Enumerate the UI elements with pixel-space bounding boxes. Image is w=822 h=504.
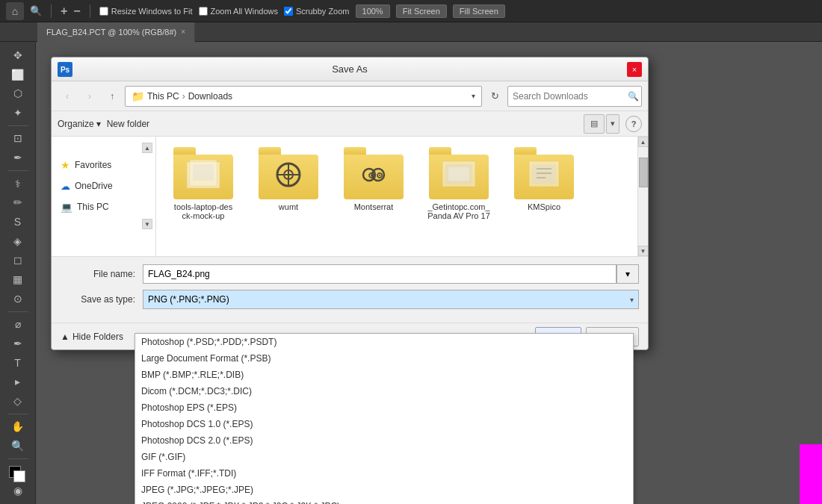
scrollbar-up-arrow[interactable]: ▲ [638, 137, 649, 147]
dialog-bottom: File name: ▾ Save as type: PNG (*.PNG;*.… [52, 256, 648, 323]
format-option[interactable]: JPEG (*.JPG;*.JPEG;*.JPE) [135, 482, 633, 498]
search-input[interactable] [513, 91, 625, 102]
hide-folders-label: Hide Folders [72, 332, 123, 342]
tool-healing[interactable]: ⚕ [6, 175, 30, 193]
help-button[interactable]: ? [625, 116, 642, 132]
document-tab[interactable]: FLAG_B24.PCT @ 100% (RGB/8#) × [37, 22, 195, 42]
file-item-getintopc[interactable]: _Getintopc.com_Panda AV Pro 17 [418, 143, 500, 250]
tool-foreground-color[interactable] [6, 463, 30, 481]
scrubby-zoom-check[interactable]: Scrubby Zoom [284, 7, 350, 16]
tool-magic-wand[interactable]: ✦ [6, 104, 30, 122]
zoom-all-check[interactable]: Zoom All Windows [199, 7, 278, 16]
this-pc-icon: 💻 [61, 202, 72, 213]
tool-crop[interactable]: ⊡ [6, 130, 30, 148]
savetype-label: Save as type: [61, 294, 143, 305]
tab-close-icon[interactable]: × [181, 28, 185, 36]
breadcrumb-dropdown-icon[interactable]: ▾ [472, 92, 475, 100]
hide-folders-button[interactable]: ▲ Hide Folders [61, 332, 123, 342]
zoom-in-icon[interactable]: + [61, 4, 67, 18]
format-option[interactable]: Large Document Format (*.PSB) [135, 350, 633, 367]
tool-eyedropper[interactable]: ✒ [6, 149, 30, 167]
tool-brush[interactable]: ✏ [6, 193, 30, 211]
tool-dodge[interactable]: ⌀ [6, 315, 30, 333]
svg-text:⚙: ⚙ [368, 171, 375, 180]
organize-arrow-icon: ▾ [96, 119, 101, 129]
sidebar-scroll-down[interactable]: ▼ [142, 219, 152, 229]
zoom-tool-icon[interactable]: 🔍 [30, 5, 42, 16]
breadcrumb-bar[interactable]: 📁 This PC › Downloads ▾ [125, 86, 482, 107]
main-canvas-area: Ps Save As × ‹ › ↑ 📁 This PC › Downloads… [36, 42, 822, 504]
tool-eraser[interactable]: ◻ [6, 252, 30, 270]
format-option[interactable]: IFF Format (*.IFF;*.TDI) [135, 465, 633, 482]
tool-mode[interactable]: ◉ [6, 482, 30, 500]
format-option[interactable]: Photoshop DCS 2.0 (*.EPS) [135, 432, 633, 449]
format-option[interactable]: Photoshop (*.PSD;*.PDD;*.PSDT) [135, 334, 633, 350]
dialog-close-button[interactable]: × [627, 62, 642, 77]
tool-shape[interactable]: ◇ [6, 392, 30, 410]
tool-gradient[interactable]: ▦ [6, 270, 30, 288]
tool-stamp[interactable]: S [6, 213, 30, 231]
sidebar-item-onedrive[interactable]: ☁ OneDrive [52, 175, 155, 196]
sidebar-scroll-up[interactable]: ▲ [142, 143, 152, 153]
file-grid-scrollbar[interactable]: ▲ ▼ [637, 137, 648, 256]
folder-icon-4 [429, 147, 489, 199]
savetype-value: PNG (*.PNG;*.PNG) [148, 294, 229, 305]
format-option[interactable]: Photoshop EPS (*.EPS) [135, 399, 633, 416]
zoom-out-icon[interactable]: − [73, 4, 80, 18]
tab-label: FLAG_B24.PCT @ 100% (RGB/8#) [46, 28, 176, 37]
tool-hand[interactable]: ✋ [6, 418, 30, 436]
view-button[interactable]: ▤ [584, 114, 605, 134]
tool-select-rect[interactable]: ⬜ [6, 66, 30, 84]
new-folder-button[interactable]: New folder [107, 119, 149, 129]
nav-forward-button[interactable]: › [80, 87, 99, 106]
fill-screen-btn[interactable]: Fill Screen [453, 4, 505, 18]
file-item-tools-laptop[interactable]: tools-laptop-desck-mock-up [162, 143, 244, 250]
scrollbar-thumb[interactable] [639, 158, 648, 187]
filename-input[interactable] [143, 264, 616, 284]
ps-top-toolbar: ⌂ 🔍 + − Resize Windows to Fit Zoom All W… [0, 0, 822, 22]
nav-back-button[interactable]: ‹ [58, 87, 77, 106]
onedrive-label: OneDrive [75, 181, 113, 191]
format-option[interactable]: BMP (*.BMP;*.RLE;*.DIB) [135, 367, 633, 383]
filename-dropdown-arrow[interactable]: ▾ [616, 264, 639, 284]
svg-rect-15 [532, 164, 556, 184]
file-item-kmspico[interactable]: KMSpico [503, 143, 585, 250]
organize-label: Organize [58, 119, 94, 129]
sidebar-item-this-pc[interactable]: 💻 This PC [52, 196, 155, 217]
scrollbar-down-arrow[interactable]: ▼ [638, 246, 649, 256]
save-as-dialog: Ps Save As × ‹ › ↑ 📁 This PC › Downloads… [51, 57, 649, 350]
savetype-dropdown[interactable]: PNG (*.PNG;*.PNG) ▾ [143, 290, 639, 309]
dialog-window: Ps Save As × ‹ › ↑ 📁 This PC › Downloads… [51, 57, 649, 350]
tool-pen[interactable]: ✒ [6, 335, 30, 352]
format-dropdown-list[interactable]: Photoshop (*.PSD;*.PDD;*.PSDT)Large Docu… [135, 333, 634, 504]
format-option[interactable]: Dicom (*.DCM;*.DC3;*.DIC) [135, 383, 633, 399]
format-option[interactable]: Photoshop DCS 1.0 (*.EPS) [135, 416, 633, 432]
tool-lasso[interactable]: ⬡ [6, 84, 30, 102]
home-icon[interactable]: ⌂ [6, 2, 24, 20]
tool-blur[interactable]: ⊙ [6, 290, 30, 308]
tool-history[interactable]: ◈ [6, 232, 30, 250]
tool-sep-4 [7, 414, 28, 414]
nav-up-button[interactable]: ↑ [102, 87, 122, 106]
filename-label: File name: [61, 269, 143, 279]
fit-screen-btn[interactable]: Fit Screen [396, 4, 447, 18]
format-option[interactable]: GIF (*.GIF) [135, 449, 633, 465]
refresh-button[interactable]: ↻ [485, 87, 504, 106]
sidebar: ▲ ★ Favorites ☁ OneDrive 💻 This PC [52, 137, 156, 256]
sidebar-item-favorites[interactable]: ★ Favorites [52, 155, 155, 175]
favorites-icon: ★ [61, 159, 70, 171]
view-dropdown-button[interactable]: ▾ [606, 114, 619, 134]
breadcrumb-folder-icon: 📁 [132, 90, 144, 102]
organize-button[interactable]: Organize ▾ [58, 119, 101, 129]
file-item-montserrat[interactable]: ⚙ ⚙ Montserrat [333, 143, 415, 250]
folder-icon-5 [514, 147, 574, 199]
tool-zoom[interactable]: 🔍 [6, 437, 30, 455]
tool-move[interactable]: ✥ [6, 46, 30, 64]
format-option[interactable]: JPEG 2000 (*.JPF;*.JPX;*.JP2;*.J2C;*.J2K… [135, 498, 633, 504]
resize-windows-check[interactable]: Resize Windows to Fit [99, 7, 193, 16]
zoom-percent-btn[interactable]: 100% [356, 4, 390, 18]
tool-type[interactable]: T [6, 354, 30, 372]
file-item-wumt[interactable]: wumt [247, 143, 330, 250]
tool-path[interactable]: ▸ [6, 373, 30, 391]
breadcrumb-downloads: Downloads [188, 91, 232, 102]
